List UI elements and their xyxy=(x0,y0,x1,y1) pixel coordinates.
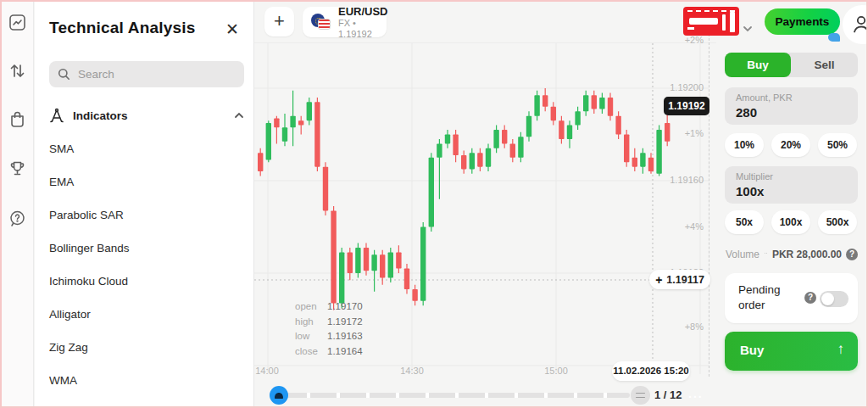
trading-app: Technical Analysis ✕ Indicators SMAEMAPa… xyxy=(0,0,868,408)
candle xyxy=(575,111,580,125)
direction-segmented-control: Buy Sell xyxy=(725,53,858,77)
panel-title: Technical Analysis xyxy=(49,19,196,37)
currency-pair-flags-icon xyxy=(311,13,331,31)
ohlc-tooltip: open1.19170 high1.19172 low1.19163 close… xyxy=(295,299,363,359)
candle xyxy=(502,130,507,143)
multiplier-button-50x[interactable]: 50x xyxy=(725,210,764,234)
volume-help-icon[interactable]: ? xyxy=(846,249,858,260)
trophy-icon[interactable] xyxy=(8,159,26,177)
candle xyxy=(339,252,344,303)
candle xyxy=(282,127,287,141)
chart-scrollbar-track[interactable] xyxy=(281,393,630,398)
ohlc-low-label: low xyxy=(295,329,327,344)
percent-axis-tick: +2% xyxy=(653,35,704,45)
buy-button-label: Buy xyxy=(740,343,764,357)
multiplier-field[interactable]: Multiplier xyxy=(725,166,858,204)
multiplier-input[interactable] xyxy=(736,184,837,198)
search-input[interactable] xyxy=(78,68,231,81)
buy-tab[interactable]: Buy xyxy=(725,53,791,77)
candle xyxy=(510,143,515,157)
indicator-item-wma[interactable]: WMA xyxy=(49,374,77,389)
ohlc-open-value: 1.19170 xyxy=(327,299,363,315)
percent-button-20pct[interactable]: 20% xyxy=(771,133,810,157)
candle xyxy=(429,158,434,227)
add-chart-button[interactable]: + xyxy=(264,7,294,36)
indicator-item-parabolic-sar[interactable]: Parabolic SAR xyxy=(49,209,124,224)
volume-value: PKR 28,000.00 xyxy=(772,249,842,260)
arrow-up-icon: ↑ xyxy=(837,341,845,358)
candle xyxy=(445,135,450,144)
chart-scroll-handle[interactable] xyxy=(270,386,288,405)
indicator-item-ichimoku-cloud[interactable]: Ichimoku Cloud xyxy=(49,275,128,290)
candle xyxy=(331,210,336,303)
icon-rail xyxy=(0,0,34,408)
candle xyxy=(258,153,263,171)
crosshair-price-pill[interactable]: + 1.19117 xyxy=(649,270,710,289)
bag-icon[interactable] xyxy=(8,110,26,128)
indicator-item-ema[interactable]: EMA xyxy=(49,176,74,191)
multiplier-button-500x[interactable]: 500x xyxy=(818,210,857,234)
chevron-down-icon[interactable] xyxy=(742,23,754,35)
percent-axis-tick: +4% xyxy=(653,221,704,232)
candle xyxy=(348,252,353,273)
time-axis-tick: 14:30 xyxy=(391,366,433,376)
close-icon[interactable]: ✕ xyxy=(223,20,242,39)
pair-subtitle: FX • 1.19192 xyxy=(338,18,388,40)
more-dots-icon[interactable]: ... xyxy=(688,387,704,400)
indicators-section-header[interactable]: Indicators xyxy=(49,107,244,124)
candle xyxy=(632,158,637,167)
promo-banner[interactable] xyxy=(683,7,739,36)
indicator-item-bollinger-bands[interactable]: Bollinger Bands xyxy=(49,242,130,257)
indicators-section-label: Indicators xyxy=(73,109,128,122)
candle xyxy=(551,107,556,120)
price-axis-ruler[interactable] xyxy=(709,34,709,377)
ohlc-low-value: 1.19163 xyxy=(327,329,363,344)
chart-tab-icon[interactable] xyxy=(8,14,26,31)
search-box xyxy=(49,61,244,87)
volume-row: Volume PKR 28,000.00 ? xyxy=(726,249,858,260)
buy-button[interactable]: Buy ↑ xyxy=(725,332,858,371)
help-icon[interactable] xyxy=(8,210,26,227)
zoom-lines-icon xyxy=(636,393,645,394)
pair-name: EUR/USD xyxy=(338,5,388,18)
candle xyxy=(404,269,409,290)
volume-label: Volume xyxy=(726,249,760,260)
candle xyxy=(583,95,588,111)
candle xyxy=(307,102,312,120)
sell-tab[interactable]: Sell xyxy=(791,53,858,77)
ohlc-open-label: open xyxy=(295,299,327,315)
candle xyxy=(559,120,564,139)
chart-scroll-handle-icon xyxy=(273,390,285,400)
candle xyxy=(518,137,523,158)
multiplier-buttons: 50x100x500x xyxy=(725,210,859,234)
pending-order-toggle[interactable] xyxy=(820,291,849,307)
percent-button-50pct[interactable]: 50% xyxy=(818,133,857,157)
amount-field[interactable]: Amount, PKR xyxy=(725,87,858,125)
indicator-item-sma[interactable]: SMA xyxy=(49,143,74,158)
multiplier-button-100x[interactable]: 100x xyxy=(771,210,810,234)
person-icon xyxy=(850,13,868,35)
profile-avatar[interactable] xyxy=(843,5,868,44)
amount-percent-buttons: 10%20%50% xyxy=(725,133,859,157)
candle xyxy=(470,153,475,169)
candle xyxy=(298,120,303,125)
candle xyxy=(477,153,482,166)
chart-zoom-button[interactable] xyxy=(631,386,650,405)
candle xyxy=(542,95,548,107)
sort-arrows-icon[interactable] xyxy=(8,62,26,80)
indicator-item-zig-zag[interactable]: Zig Zag xyxy=(49,341,88,356)
pending-help-icon[interactable]: ? xyxy=(804,292,816,304)
current-price-pill: 1.19192 xyxy=(664,97,709,115)
time-axis-tick: 15:00 xyxy=(535,366,577,376)
chart-pager: 1 / 12 xyxy=(654,388,682,401)
chevron-up-icon[interactable] xyxy=(234,110,244,120)
indicator-item-alligator[interactable]: Alligator xyxy=(49,308,91,323)
amount-input[interactable] xyxy=(736,105,837,120)
percent-button-10pct[interactable]: 10% xyxy=(725,133,764,157)
technical-analysis-panel: Technical Analysis ✕ Indicators SMAEMAPa… xyxy=(35,0,254,408)
candle xyxy=(648,158,654,171)
candle xyxy=(266,123,271,160)
asset-tab-eurusd[interactable]: EUR/USD FX • 1.19192 xyxy=(303,7,387,37)
candle xyxy=(388,252,393,277)
payments-button[interactable]: Payments xyxy=(765,8,840,35)
